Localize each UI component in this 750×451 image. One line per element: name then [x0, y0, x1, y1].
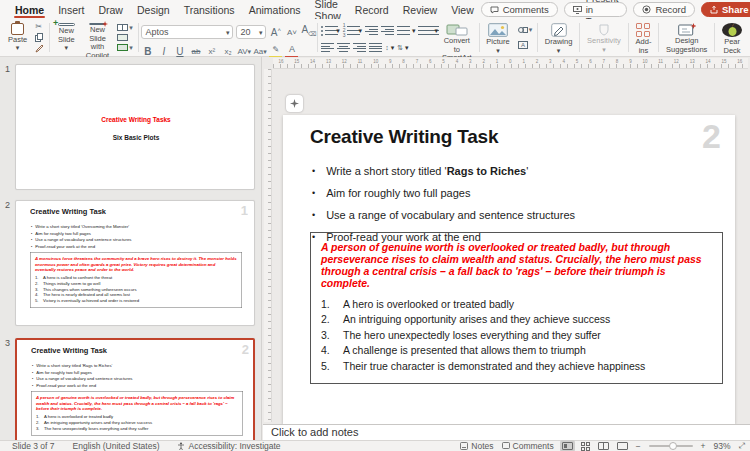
- slide-thumbnail-panel[interactable]: 1 Creative Writing Tasks Six Basic Plots…: [0, 57, 262, 440]
- section-button[interactable]: ▾: [115, 43, 135, 52]
- align-left-button[interactable]: [321, 43, 334, 52]
- cut-button[interactable]: ✂: [33, 22, 46, 32]
- add-ins-button[interactable]: Add-ins: [632, 21, 656, 54]
- tab-record[interactable]: Record: [348, 0, 396, 19]
- design-suggestions-button[interactable]: Design Suggestions: [662, 21, 711, 54]
- bullet-item[interactable]: Use a range of vocabulary and sentence s…: [312, 205, 575, 227]
- status-bar: Slide 3 of 7 English (United States) Acc…: [0, 440, 750, 451]
- slide-editor[interactable]: Creative Writing Task 2 Write a short st…: [283, 115, 735, 424]
- language-indicator[interactable]: English (United States): [73, 441, 160, 451]
- increase-indent-button[interactable]: [381, 26, 394, 35]
- layout-button[interactable]: ▾: [115, 23, 135, 32]
- tab-insert[interactable]: Insert: [51, 0, 91, 19]
- columns-button[interactable]: ▾: [418, 26, 438, 35]
- numbering-button[interactable]: 123▾: [343, 23, 362, 38]
- copy-button[interactable]: [33, 32, 46, 43]
- plot-steps-list: A hero is overlooked or treated badly An…: [321, 297, 712, 374]
- slide-position-indicator: Slide 3 of 7: [12, 441, 55, 451]
- convert-to-smartart-button[interactable]: Convert to SmartArt: [438, 21, 476, 54]
- tab-draw[interactable]: Draw: [91, 0, 130, 19]
- notes-icon: [460, 442, 468, 450]
- tab-transitions[interactable]: Transitions: [177, 0, 242, 19]
- align-center-button[interactable]: [337, 43, 350, 52]
- reset-slide-icon: [117, 34, 128, 41]
- zoom-slider-handle[interactable]: [669, 442, 677, 450]
- plot-description-box[interactable]: A person of genuine worth is overlooked …: [310, 232, 723, 384]
- subscript-button[interactable]: x₂: [221, 45, 234, 58]
- present-in-teams-button[interactable]: Present in Teams: [564, 2, 628, 17]
- tab-design[interactable]: Design: [130, 0, 177, 19]
- font-name-select[interactable]: Aptos▾: [141, 25, 233, 39]
- align-right-button[interactable]: [353, 43, 366, 52]
- zoom-out-button[interactable]: −: [636, 441, 641, 451]
- increase-font-size-button[interactable]: A˄: [269, 24, 282, 39]
- italic-button[interactable]: I: [157, 45, 170, 58]
- notes-pane[interactable]: Click to add notes: [263, 424, 750, 440]
- decrease-indent-button[interactable]: [365, 26, 378, 35]
- slide-thumbnail-3-selected[interactable]: Creative Writing Task 2 Write a short st…: [15, 338, 255, 440]
- slide-thumbnail-2[interactable]: Creative Writing Task 1 Write a short st…: [15, 200, 255, 326]
- bullet-item[interactable]: Write a short story titled 'Rags to Rich…: [312, 161, 575, 183]
- paste-button[interactable]: Paste ▾: [4, 21, 31, 54]
- tab-review[interactable]: Review: [396, 0, 444, 19]
- accessibility-status[interactable]: Accessibility: Investigate: [177, 441, 280, 451]
- bullet-item[interactable]: Aim for roughly two full pages: [312, 183, 575, 205]
- copilot-suggestion-button[interactable]: [286, 95, 303, 112]
- line-spacing-button[interactable]: ▾: [397, 26, 416, 35]
- normal-view-button[interactable]: [562, 442, 573, 450]
- zoom-level[interactable]: 93%: [714, 441, 731, 451]
- sparkle-icon: [290, 99, 299, 108]
- decrease-font-size-button[interactable]: A˅: [285, 26, 298, 39]
- thumb2-steps: A hero is called to confront the threat …: [35, 275, 237, 304]
- slide-sorter-view-button[interactable]: [581, 442, 590, 451]
- font-size-select[interactable]: 20▾: [236, 25, 266, 39]
- clear-formatting-button[interactable]: A⌫: [301, 23, 314, 41]
- superscript-button[interactable]: x²: [205, 45, 218, 58]
- text-box-button[interactable]: A: [516, 40, 535, 50]
- vertical-ruler: [264, 69, 272, 422]
- copy-icon: [35, 33, 43, 42]
- section-icon: [117, 44, 128, 51]
- strikethrough-button[interactable]: ab: [189, 45, 202, 58]
- tab-slide-show[interactable]: Slide Show: [308, 0, 348, 19]
- smartart-icon: [446, 23, 468, 36]
- record-dot-icon: [642, 5, 651, 14]
- picture-button[interactable]: Picture ▾: [482, 21, 513, 54]
- justify-button[interactable]: [369, 43, 382, 52]
- share-button[interactable]: Share ▾: [701, 2, 750, 17]
- layout-icon: [117, 24, 128, 31]
- format-painter-button[interactable]: [33, 43, 46, 54]
- comments-toggle[interactable]: Comments: [502, 441, 554, 451]
- record-button[interactable]: Record: [633, 2, 695, 17]
- svg-text:A: A: [521, 42, 525, 48]
- chevron-down-icon: ▾: [65, 44, 69, 51]
- pear-deck-button[interactable]: Pear Deck: [718, 21, 746, 54]
- drawing-button[interactable]: Drawing ▾: [541, 21, 577, 54]
- zoom-slider[interactable]: [649, 445, 693, 447]
- new-slide-button[interactable]: New Slide ▾: [53, 21, 80, 54]
- character-spacing-button[interactable]: AV▾: [237, 45, 250, 58]
- change-case-button[interactable]: Aa▾: [253, 45, 266, 58]
- reset-button[interactable]: [115, 33, 135, 42]
- thumb3-quote: A person of genuine worth is overlooked …: [36, 395, 238, 411]
- slideshow-view-button[interactable]: [617, 442, 628, 450]
- underline-button[interactable]: U: [173, 45, 186, 58]
- fit-slide-to-window-button[interactable]: ⤢: [739, 441, 744, 451]
- reading-view-button[interactable]: [598, 442, 609, 450]
- tab-home[interactable]: Home: [8, 0, 51, 19]
- tab-view[interactable]: View: [444, 0, 481, 19]
- paintbrush-icon: [35, 44, 44, 53]
- tab-animations[interactable]: Animations: [242, 0, 308, 19]
- text-direction-button[interactable]: ↕▾: [385, 44, 394, 51]
- align-text-button[interactable]: ⇅▾: [397, 44, 408, 52]
- new-slide-copilot-button[interactable]: New Slide with Copilot: [82, 21, 113, 54]
- zoom-in-button[interactable]: +: [701, 441, 706, 451]
- slide-title[interactable]: Creative Writing Task: [310, 126, 498, 148]
- shapes-button[interactable]: ▾: [516, 25, 535, 35]
- bold-button[interactable]: B: [141, 45, 154, 58]
- slide-thumbnail-1[interactable]: Creative Writing Tasks Six Basic Plots: [15, 64, 255, 190]
- bullets-button[interactable]: ▾: [321, 26, 340, 36]
- bullet-item: Aim for roughly two full pages: [31, 230, 131, 237]
- comments-button[interactable]: Comments: [481, 2, 558, 17]
- notes-toggle[interactable]: Notes: [460, 441, 493, 451]
